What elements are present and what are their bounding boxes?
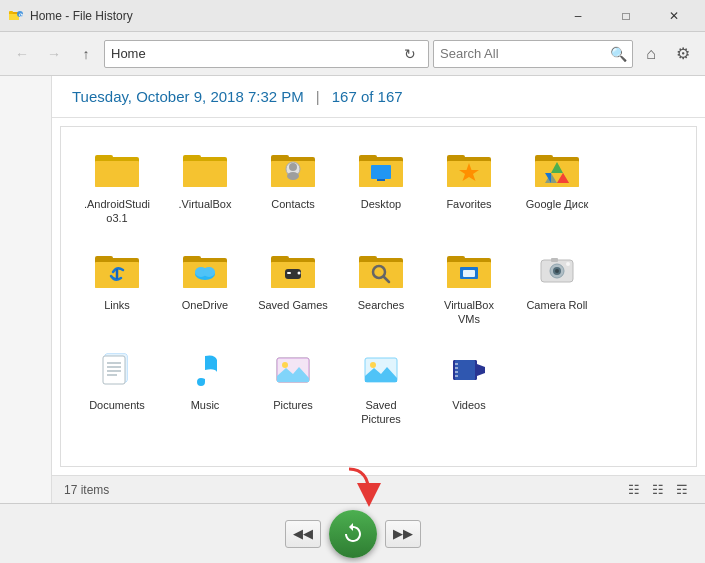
main-area: Tuesday, October 9, 2018 7:32 PM | 167 o… (0, 76, 705, 503)
settings-button[interactable]: ⚙ (669, 40, 697, 68)
list-item[interactable]: Google Диск (517, 139, 597, 232)
svg-rect-21 (377, 179, 385, 181)
file-icon (533, 246, 581, 294)
play-refresh-button[interactable] (329, 510, 377, 558)
file-icon (445, 246, 493, 294)
file-icon (445, 346, 493, 394)
list-item[interactable]: Documents (77, 340, 157, 433)
home-button[interactable]: ⌂ (637, 40, 665, 68)
address-bar[interactable]: ↻ (104, 40, 429, 68)
file-label: OneDrive (182, 298, 228, 312)
list-item[interactable]: Camera Roll (517, 240, 597, 333)
list-item[interactable]: .AndroidStudio3.1 (77, 139, 157, 232)
svg-point-15 (289, 163, 297, 171)
file-label: Desktop (361, 197, 401, 211)
svg-rect-88 (455, 375, 458, 377)
list-item[interactable]: Saved Pictures (341, 340, 421, 433)
file-label: Camera Roll (526, 298, 587, 312)
svg-rect-85 (455, 363, 458, 365)
back-button[interactable]: ← (8, 40, 36, 68)
item-count-text: 167 of 167 (332, 88, 403, 105)
file-label: Pictures (273, 398, 313, 412)
playback-bar: ◀◀ ▶▶ (0, 503, 705, 563)
svg-rect-10 (183, 161, 227, 187)
file-label: Saved Pictures (345, 398, 417, 427)
file-icon (269, 346, 317, 394)
file-icon (269, 246, 317, 294)
file-icon (357, 246, 405, 294)
window-title: Home - File History (30, 9, 555, 23)
sidebar (0, 76, 52, 503)
file-icon (269, 145, 317, 193)
list-item[interactable]: Links (77, 240, 157, 333)
next-button[interactable]: ▶▶ (385, 520, 421, 548)
up-button[interactable]: ↑ (72, 40, 100, 68)
file-grid: .AndroidStudio3.1 .VirtualBox Contacts D… (77, 139, 680, 433)
list-view-button[interactable]: ☶ (671, 480, 693, 500)
svg-point-80 (370, 362, 376, 368)
svg-rect-86 (455, 367, 458, 369)
file-label: Favorites (446, 197, 491, 211)
svg-rect-47 (287, 272, 291, 274)
svg-point-42 (203, 267, 215, 277)
svg-point-64 (566, 262, 570, 266)
svg-point-78 (282, 362, 288, 368)
search-bar[interactable]: 🔍 (433, 40, 633, 68)
details-view-button[interactable]: ☷ (623, 480, 645, 500)
title-bar: ⟳ Home - File History – □ ✕ (0, 0, 705, 32)
list-item[interactable]: Desktop (341, 139, 421, 232)
svg-point-16 (287, 172, 299, 180)
file-icon (181, 346, 229, 394)
svg-point-62 (555, 269, 559, 273)
view-buttons: ☷ ☷ ☶ (623, 480, 693, 500)
file-label: Documents (89, 398, 145, 412)
file-label: Links (104, 298, 130, 312)
list-item[interactable]: Videos (429, 340, 509, 433)
info-bar: Tuesday, October 9, 2018 7:32 PM | 167 o… (52, 76, 705, 118)
svg-rect-7 (95, 161, 139, 187)
list-item[interactable]: Music (165, 340, 245, 433)
grid-view-button[interactable]: ☷ (647, 480, 669, 500)
previous-button[interactable]: ◀◀ (285, 520, 321, 548)
file-icon (93, 145, 141, 193)
list-item[interactable]: Searches (341, 240, 421, 333)
forward-button[interactable]: → (40, 40, 68, 68)
app-icon: ⟳ (8, 8, 24, 24)
svg-rect-71 (103, 356, 125, 384)
file-label: Searches (358, 298, 404, 312)
file-icon (93, 246, 141, 294)
content-panel: Tuesday, October 9, 2018 7:32 PM | 167 o… (52, 76, 705, 503)
file-icon (93, 346, 141, 394)
file-icon (445, 145, 493, 193)
separator: | (316, 88, 320, 105)
window-controls: – □ ✕ (555, 0, 697, 32)
file-icon (181, 246, 229, 294)
list-item[interactable]: Favorites (429, 139, 509, 232)
address-input[interactable] (111, 46, 394, 61)
list-item[interactable]: VirtualBox VMs (429, 240, 509, 333)
maximize-button[interactable]: □ (603, 0, 649, 32)
refresh-button[interactable]: ↻ (398, 42, 422, 66)
toolbar: ← → ↑ ↻ 🔍 ⌂ ⚙ (0, 32, 705, 76)
file-label: VirtualBox VMs (433, 298, 505, 327)
file-label: Saved Games (258, 298, 328, 312)
list-item[interactable]: OneDrive (165, 240, 245, 333)
list-item[interactable]: Contacts (253, 139, 333, 232)
list-item[interactable]: Saved Games (253, 240, 333, 333)
file-icon (357, 346, 405, 394)
list-item[interactable]: Pictures (253, 340, 333, 433)
file-grid-wrapper[interactable]: .AndroidStudio3.1 .VirtualBox Contacts D… (60, 126, 697, 467)
file-label: Contacts (271, 197, 314, 211)
file-icon (533, 145, 581, 193)
svg-rect-63 (551, 258, 558, 262)
svg-rect-87 (455, 371, 458, 373)
minimize-button[interactable]: – (555, 0, 601, 32)
svg-rect-2 (9, 11, 13, 14)
svg-rect-20 (371, 165, 391, 179)
file-label: Music (191, 398, 220, 412)
close-button[interactable]: ✕ (651, 0, 697, 32)
search-input[interactable] (440, 46, 608, 61)
list-item[interactable]: .VirtualBox (165, 139, 245, 232)
file-icon (181, 145, 229, 193)
search-button[interactable]: 🔍 (608, 46, 629, 62)
